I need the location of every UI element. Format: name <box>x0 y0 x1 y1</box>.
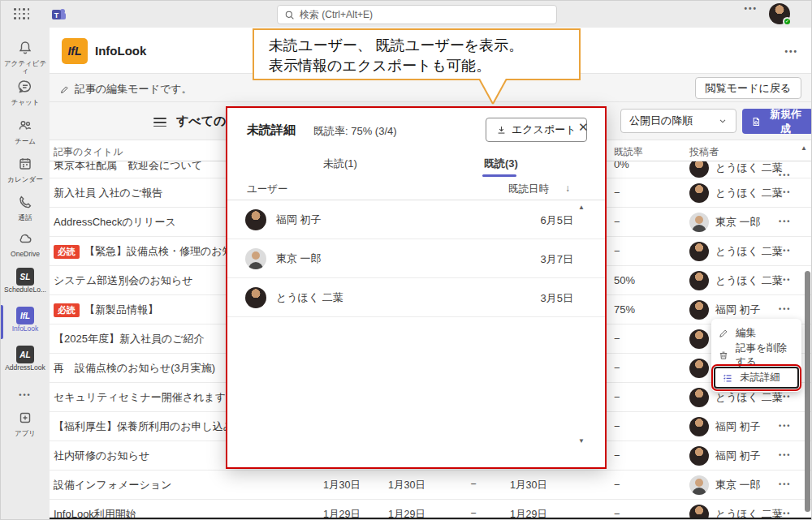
row-more-button[interactable]: ••• <box>779 247 791 255</box>
edit-mode-message: 記事の編集モードです。 <box>75 82 192 97</box>
new-document-icon <box>750 116 762 127</box>
app-launcher-icon[interactable] <box>14 8 30 19</box>
sidebar-item-schedulelook[interactable]: SLScheduleLo... <box>1 268 50 294</box>
sidebar-item-infolook[interactable]: IfLInfoLook <box>1 307 50 333</box>
vertical-scrollbar[interactable] <box>805 271 810 512</box>
read-rate-cell: − <box>614 245 620 257</box>
modal-user-row[interactable]: とうほく 二葉3月5日 <box>227 278 605 317</box>
modal-column-read-date[interactable]: 既読日時 <box>508 183 549 196</box>
sidebar-item-onedrive[interactable]: OneDrive <box>1 230 50 258</box>
read-rate-cell: − <box>614 391 620 403</box>
sidebar-item-more[interactable]: ••• <box>1 386 50 401</box>
chat-icon <box>16 78 34 96</box>
author-avatar <box>689 417 709 436</box>
article-title: セキュリティセミナー開催されます <box>54 390 226 405</box>
row-more-button[interactable]: ••• <box>779 509 791 518</box>
tab-read[interactable]: 既読(3) <box>484 157 518 171</box>
new-article-button[interactable]: 新規作成 <box>742 109 812 134</box>
teams-top-bar: T 検索 (Ctrl+Alt+E) ••• ✓ <box>1 1 812 28</box>
column-header-title[interactable]: 記事のタイトル <box>54 145 123 159</box>
topbar-more-button[interactable]: ••• <box>744 4 758 13</box>
sidebar-item-label: ScheduleLo... <box>1 286 50 294</box>
row-more-button[interactable]: ••• <box>779 451 791 459</box>
calendar-icon <box>16 155 34 173</box>
author-avatar <box>689 446 709 466</box>
read-rate-cell: − <box>614 420 620 432</box>
addresslook-logo-icon: AL <box>16 346 34 363</box>
author-cell: 福岡 初子 <box>689 417 785 436</box>
author-cell: 東京 一郎 <box>689 213 785 232</box>
row-more-button[interactable]: ••• <box>779 217 791 226</box>
author-name: 東京 一郎 <box>715 478 761 492</box>
modal-column-user[interactable]: ユーザー <box>247 183 288 196</box>
user-avatar <box>245 248 266 269</box>
article-title: 設備インフォメーション <box>54 478 171 492</box>
modal-user-row[interactable]: 福岡 初子6月5日 <box>227 200 605 239</box>
row-more-button[interactable]: ••• <box>779 276 791 284</box>
author-avatar <box>689 329 709 349</box>
author-name: 東京 一郎 <box>715 215 761 230</box>
context-menu-item-unread-detail[interactable]: 未読詳細 <box>714 367 799 389</box>
scrollbar-up-icon[interactable]: ▲ <box>801 144 807 152</box>
sidebar-item-chat[interactable]: チャット <box>1 78 50 106</box>
window-bottom-edge <box>50 518 812 519</box>
sort-descending-icon[interactable]: ↓ <box>565 183 570 194</box>
sort-order-select[interactable]: 公開日の降順 <box>620 109 736 133</box>
teams-logo-icon[interactable]: T <box>50 6 67 24</box>
article-title: システム部送別会のお知らせ <box>54 273 192 288</box>
modal-scroll-up-icon[interactable]: ▲ <box>578 204 585 211</box>
tab-unread[interactable]: 未読(1) <box>323 157 357 171</box>
user-avatar <box>245 209 266 230</box>
back-to-view-mode-button[interactable]: 閲覧モードに戻る <box>695 77 801 99</box>
author-cell: とうほく 二葉 <box>689 242 785 261</box>
active-tab-indicator <box>482 174 516 177</box>
table-row[interactable]: 設備インフォメーション1月30日1月30日−1月30日−東京 一郎••• <box>50 471 812 500</box>
modal-user-list: 福岡 初子6月5日東京 一郎3月7日とうほく 二葉3月5日 <box>227 200 605 317</box>
row-more-button[interactable]: ••• <box>779 422 791 430</box>
context-menu-item-delete[interactable]: 記事を削除する <box>711 344 801 366</box>
date-cell: 1月30日 <box>317 479 366 492</box>
sidebar-item-label: チーム <box>1 138 50 145</box>
close-icon[interactable]: ✕ <box>578 120 589 135</box>
context-menu-label: 未読詳細 <box>740 371 780 385</box>
sidebar-item-activity[interactable]: アクティビティ <box>1 39 50 75</box>
author-name: 福岡 初子 <box>715 449 761 463</box>
column-header-read-rate[interactable]: 既読率 <box>614 145 643 159</box>
modal-scroll-down-icon[interactable]: ▼ <box>578 437 585 445</box>
article-context-menu: 編集記事を削除する未読詳細 <box>711 319 801 392</box>
author-name: とうほく 二葉 <box>715 390 783 405</box>
row-more-button[interactable]: ••• <box>779 393 791 401</box>
author-cell: 福岡 初子 <box>689 300 785 320</box>
more-apps-icon: ••• <box>19 391 31 399</box>
user-avatar[interactable]: ✓ <box>769 3 790 24</box>
svg-text:T: T <box>54 11 59 19</box>
export-button[interactable]: エクスポート <box>486 118 587 142</box>
read-date: 6月5日 <box>495 213 573 228</box>
download-icon <box>496 125 507 135</box>
presence-available-icon: ✓ <box>783 17 792 26</box>
sidebar-item-addresslook[interactable]: ALAddressLook <box>1 346 50 372</box>
sidebar-item-teams[interactable]: チーム <box>1 117 50 145</box>
sidebar-item-calendar[interactable]: カレンダー <box>1 155 50 183</box>
column-header-author[interactable]: 投稿者 <box>689 145 719 159</box>
app-header-more-button[interactable]: ••• <box>784 47 798 56</box>
hamburger-menu-icon[interactable] <box>153 115 166 129</box>
sidebar-item-apps[interactable]: アプリ <box>1 409 50 437</box>
row-more-button[interactable]: ••• <box>779 480 791 488</box>
modal-user-row[interactable]: 東京 一郎3月7日 <box>227 239 605 278</box>
user-name: とうほく 二葉 <box>276 290 343 305</box>
search-input[interactable]: 検索 (Ctrl+Alt+E) <box>277 5 557 24</box>
modal-table-header: ユーザー 既読日時 ↓ <box>227 179 605 200</box>
read-rate-cell: 50% <box>614 274 635 286</box>
user-name: 福岡 初子 <box>276 213 322 227</box>
row-more-button[interactable]: ••• <box>779 188 791 196</box>
row-more-button[interactable]: ••• <box>779 305 791 313</box>
read-date: 3月7日 <box>495 252 573 267</box>
callout-line1: 未読ユーザー、 既読ユーザーを表示。 <box>269 36 579 56</box>
teams-window: T 検索 (Ctrl+Alt+E) ••• ✓ アクティビティチャットチームカレ… <box>0 0 812 520</box>
author-name: 福岡 初子 <box>715 303 761 317</box>
sidebar-item-label: アプリ <box>1 430 50 437</box>
chevron-down-icon <box>718 116 728 126</box>
date-cell: − <box>449 479 498 490</box>
sidebar-item-calls[interactable]: 通話 <box>1 193 50 221</box>
